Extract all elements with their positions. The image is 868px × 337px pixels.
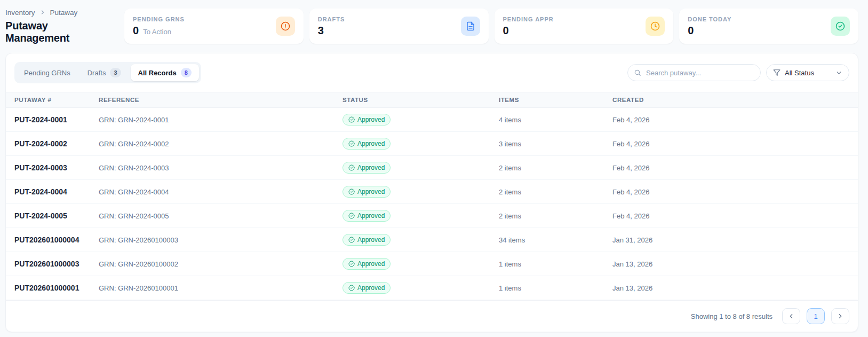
status-filter-value: All Status [785,69,831,77]
table-row[interactable]: PUT-2024-0003 GRN: GRN-2024-0003 Approve… [6,156,858,180]
items-count: 34 items [499,228,612,252]
reference: GRN: GRN-20260100001 [99,276,343,300]
breadcrumb-inventory[interactable]: Inventory [5,9,35,17]
results-summary: Showing 1 to 8 of 8 results [691,312,773,320]
putaway-number: PUT-2024-0002 [6,132,99,156]
check-circle-icon [348,213,355,219]
items-count: 1 items [499,276,612,300]
stat-label: PENDING GRNS [133,16,185,22]
stat-label: DRAFTS [318,16,345,22]
stat-card: DONE TODAY 0 [679,9,858,44]
file-text-icon [461,17,480,36]
status-badge: Approved [343,234,391,246]
next-page-button[interactable] [831,308,849,324]
chevron-down-icon [835,69,842,76]
items-count: 2 items [499,156,612,180]
created-date: Jan 31, 2026 [612,228,858,252]
tab-label: Drafts [87,69,106,77]
check-circle-icon [348,189,355,195]
tab-drafts[interactable]: Drafts 3 [80,64,129,81]
stat-value: 0 [133,25,139,37]
column-header-putaway: PUTAWAY # [6,92,99,108]
tab-group: Pending GRNs Drafts 3 All Records 8 [14,62,201,83]
putaway-number: PUT-2024-0003 [6,156,99,180]
page-title: Putaway Management [5,20,112,44]
chevron-right-icon [837,312,844,320]
stat-card: DRAFTS 3 [309,9,489,44]
stat-value: 3 [318,25,324,37]
created-date: Feb 4, 2026 [612,108,858,132]
stat-grid: PENDING GRNS 0 To Action DRAFTS 3 [124,9,858,44]
toolbar: Pending GRNs Drafts 3 All Records 8 [6,53,858,92]
putaway-number: PUT-2024-0001 [6,108,99,132]
filter-icon [773,69,781,76]
check-circle-icon [348,164,355,171]
status-badge-label: Approved [357,260,385,268]
table-row[interactable]: PUT-2024-0001 GRN: GRN-2024-0001 Approve… [6,108,858,132]
status-badge-label: Approved [357,140,385,147]
reference: GRN: GRN-2024-0005 [99,204,343,228]
table-row[interactable]: PUT202601000001 GRN: GRN-20260100001 App… [6,276,858,300]
search-icon [634,69,641,76]
search-wrap [627,64,761,81]
stat-card: PENDING GRNS 0 To Action [124,9,304,44]
table-row[interactable]: PUT202601000003 GRN: GRN-20260100002 App… [6,252,858,276]
reference: GRN: GRN-20260100002 [99,252,343,276]
column-header-reference: REFERENCE [99,92,343,108]
main-panel: Pending GRNs Drafts 3 All Records 8 [5,53,858,332]
check-circle-icon [348,140,355,147]
items-count: 4 items [499,108,612,132]
table-row[interactable]: PUT-2024-0004 GRN: GRN-2024-0004 Approve… [6,180,858,204]
status-badge-label: Approved [357,188,385,195]
items-count: 2 items [499,204,612,228]
previous-page-button[interactable] [782,308,800,324]
breadcrumb: Inventory Putaway [5,9,112,17]
stat-label: DONE TODAY [688,16,731,22]
stat-value: 0 [503,25,509,37]
putaway-table: PUTAWAY # REFERENCE STATUS ITEMS CREATED… [6,92,858,300]
check-circle-icon [348,116,355,123]
reference: GRN: GRN-2024-0002 [99,132,343,156]
status-badge: Approved [343,114,391,126]
putaway-number: PUT202601000001 [6,276,99,300]
table-row[interactable]: PUT202601000004 GRN: GRN-20260100003 App… [6,228,858,252]
reference: GRN: GRN-20260100003 [99,228,343,252]
column-header-created: CREATED [612,92,858,108]
status-badge: Approved [343,186,391,198]
putaway-number: PUT-2024-0005 [6,204,99,228]
status-filter-select[interactable]: All Status [766,64,849,81]
tab-label: All Records [138,69,177,77]
tab-pending-grns[interactable]: Pending GRNs [17,65,78,81]
status-badge-label: Approved [357,212,385,220]
status-badge-label: Approved [357,164,385,171]
created-date: Feb 4, 2026 [612,132,858,156]
putaway-number: PUT202601000003 [6,252,99,276]
table-row[interactable]: PUT-2024-0002 GRN: GRN-2024-0002 Approve… [6,132,858,156]
page-number-button[interactable]: 1 [807,308,825,324]
check-circle-icon [831,17,850,36]
reference: GRN: GRN-2024-0003 [99,156,343,180]
check-circle-icon [348,237,355,243]
created-date: Feb 4, 2026 [612,156,858,180]
tab-label: Pending GRNs [24,69,70,77]
stat-card: PENDING APPR 0 [495,9,674,44]
table-header-row: PUTAWAY # REFERENCE STATUS ITEMS CREATED [6,92,858,108]
pagination: Showing 1 to 8 of 8 results 1 [6,300,858,332]
chevron-right-icon [39,9,46,15]
reference: GRN: GRN-2024-0001 [99,108,343,132]
table-row[interactable]: PUT-2024-0005 GRN: GRN-2024-0005 Approve… [6,204,858,228]
check-circle-icon [348,285,355,291]
breadcrumb-putaway[interactable]: Putaway [50,9,78,17]
created-date: Jan 13, 2026 [612,252,858,276]
table-body: PUT-2024-0001 GRN: GRN-2024-0001 Approve… [6,108,858,300]
column-header-items: ITEMS [499,92,612,108]
putaway-number: PUT202601000004 [6,228,99,252]
tab-all-records[interactable]: All Records 8 [131,64,199,81]
search-input[interactable] [627,64,761,81]
created-date: Feb 4, 2026 [612,180,858,204]
status-badge-label: Approved [357,236,385,244]
header-left: Inventory Putaway Putaway Management [5,9,112,44]
items-count: 3 items [499,132,612,156]
status-badge: Approved [343,162,391,174]
tab-count-badge: 8 [181,68,192,77]
